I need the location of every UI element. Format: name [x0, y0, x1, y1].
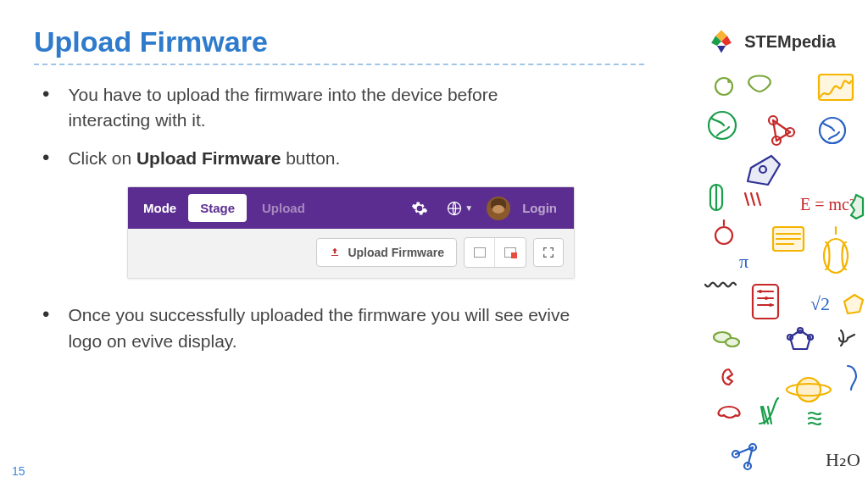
- svg-point-31: [765, 297, 768, 300]
- brand: STEMpedia: [707, 27, 836, 56]
- svg-point-35: [726, 338, 739, 347]
- login-link[interactable]: Login: [522, 201, 557, 215]
- bullet-text: You have to upload the firmware into the…: [68, 82, 585, 134]
- list-item: Once you successfully uploaded the firmw…: [34, 302, 585, 354]
- upload-icon: [329, 247, 341, 258]
- svg-point-32: [769, 303, 772, 307]
- bullet-text-post: button.: [281, 148, 340, 168]
- bullet-text-pre: Click on: [68, 148, 136, 168]
- list-item: Click on Upload Firmware button.: [34, 146, 585, 171]
- layout-single-icon: [474, 247, 486, 258]
- svg-rect-26: [753, 285, 778, 319]
- svg-point-39: [797, 378, 821, 402]
- upload-firmware-label: Upload Firmware: [348, 246, 444, 259]
- svg-text:H₂O: H₂O: [826, 449, 860, 470]
- brand-text: STEMpedia: [744, 32, 836, 52]
- svg-point-20: [715, 227, 732, 244]
- gear-icon[interactable]: [409, 197, 431, 219]
- brand-logo-icon: [707, 27, 736, 56]
- decorative-sidebar: E = mc² π √2 H₂O: [698, 68, 868, 483]
- svg-text:E = mc²: E = mc²: [800, 195, 854, 214]
- bullet-list: You have to upload the firmware into the…: [34, 82, 585, 171]
- svg-point-30: [759, 290, 762, 293]
- app-subbar: Upload Firmware: [128, 229, 574, 278]
- layout-split-button[interactable]: [495, 238, 526, 267]
- svg-point-8: [709, 112, 736, 139]
- app-toolbar: Mode Stage Upload ▼ Login: [128, 187, 574, 229]
- bullet-text: Once you successfully uploaded the firmw…: [68, 302, 585, 354]
- layout-group: [464, 237, 526, 268]
- svg-marker-4: [717, 46, 726, 53]
- app-screenshot: Mode Stage Upload ▼ Login Upload Firmwar…: [127, 186, 575, 279]
- list-item: You have to upload the firmware into the…: [34, 82, 585, 134]
- svg-point-6: [727, 80, 731, 83]
- bullet-text-bold: Upload Firmware: [136, 148, 281, 168]
- mode-label: Mode: [138, 194, 185, 222]
- fullscreen-icon: [542, 246, 555, 259]
- svg-text:π: π: [739, 251, 748, 272]
- avatar[interactable]: [487, 197, 510, 220]
- divider: [34, 64, 644, 65]
- bullet-list-2: Once you successfully uploaded the firmw…: [34, 302, 585, 354]
- upload-firmware-button[interactable]: Upload Firmware: [316, 238, 457, 267]
- svg-point-15: [820, 118, 845, 143]
- page-number: 15: [12, 464, 25, 478]
- svg-rect-7: [819, 75, 853, 100]
- chevron-down-icon: ▼: [465, 203, 473, 213]
- language-dropdown[interactable]: ▼: [446, 200, 473, 217]
- tab-stage[interactable]: Stage: [188, 194, 247, 222]
- svg-text:√2: √2: [810, 293, 830, 314]
- layout-split-icon: [504, 247, 516, 258]
- fullscreen-button[interactable]: [533, 238, 564, 267]
- layout-single-button[interactable]: [465, 238, 495, 267]
- tab-upload[interactable]: Upload: [250, 194, 317, 222]
